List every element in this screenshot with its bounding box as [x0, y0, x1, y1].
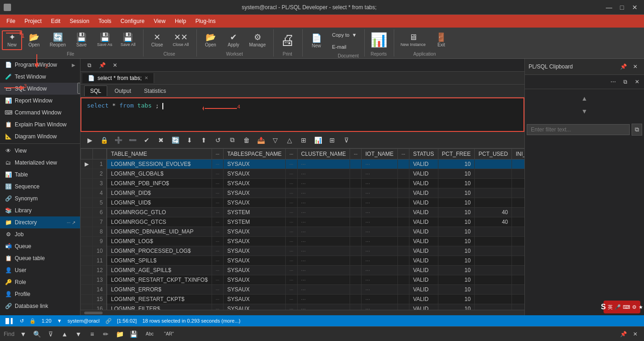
toolbar-print-button[interactable]: 🖨: [276, 31, 299, 49]
find-prev-button[interactable]: ▲: [59, 329, 69, 339]
col-pct-free[interactable]: PCT_FREE: [438, 149, 475, 159]
maximize-button[interactable]: □: [616, 2, 627, 13]
sql-down-button[interactable]: ⬇: [183, 134, 196, 147]
panel-down-arrow[interactable]: ▼: [579, 106, 590, 117]
toolbar-saveall-button[interactable]: 💾 Save All: [117, 31, 139, 49]
find-filter-button[interactable]: ⊽: [46, 329, 56, 339]
sidebar-item-sql-window[interactable]: 🗃 SQL Window Create a new SQL Window: [0, 83, 80, 95]
panel-pin-button[interactable]: 📌: [618, 62, 628, 72]
sidebar-item-library[interactable]: 📚 Library: [0, 205, 80, 216]
sql-editor[interactable]: select * from tabs ;: [80, 97, 524, 132]
toolbar-newinstance-button[interactable]: 🖥 New Instance: [397, 31, 430, 49]
sql-cancel-button[interactable]: ✖: [155, 134, 167, 147]
col-cluster-name[interactable]: CLUSTER_NAME: [297, 149, 350, 159]
sidebar-item-database-link[interactable]: 🔗 Database link: [0, 300, 80, 312]
toolbar-doc-new-button[interactable]: 📄 New: [305, 32, 328, 50]
toolbar-workset-open-button[interactable]: 📂 Open: [200, 31, 222, 49]
sidebar-item-report-window[interactable]: 📊 Report Window: [0, 95, 80, 107]
find-regex2-button[interactable]: "AR": [161, 329, 177, 339]
sql-filter-button[interactable]: ▽: [269, 134, 282, 147]
menu-session[interactable]: Session: [65, 16, 94, 26]
sidebar-item-command-window[interactable]: ⌨ Command Window: [0, 107, 80, 119]
toolbar-save-button[interactable]: 💾 Save: [70, 31, 92, 49]
sql-tab-sql[interactable]: SQL: [84, 85, 107, 96]
toolbar-open-button[interactable]: 📂 Open: [23, 31, 45, 49]
close-button[interactable]: ✕: [629, 2, 640, 13]
sidebar-item-sequence[interactable]: 🔢 Sequence: [0, 181, 80, 193]
menu-edit[interactable]: Edit: [46, 16, 65, 26]
sql-tab-output[interactable]: Output: [109, 86, 137, 96]
menu-file[interactable]: File: [2, 16, 20, 26]
filter-expand-button[interactable]: ⧉: [632, 124, 642, 136]
find-folder-button[interactable]: 📁: [115, 329, 125, 339]
sql-refresh-button[interactable]: 🔄: [169, 134, 182, 147]
sql-chart-button[interactable]: 📊: [311, 134, 324, 147]
tab-close-button[interactable]: ✕: [144, 75, 148, 80]
panel-close2-button[interactable]: ✕: [632, 77, 642, 87]
sql-copy-button[interactable]: ⧉: [226, 134, 239, 147]
toolbar-close-button[interactable]: ✕ Close: [146, 31, 168, 49]
tab-select-tabs[interactable]: 📄 select * from tabs; ✕: [82, 73, 154, 83]
sql-grid-button[interactable]: ⊞: [326, 134, 339, 147]
find-list-button[interactable]: ≡: [87, 329, 97, 339]
sidebar-item-materialized-view[interactable]: 🗂 Materialized view: [0, 157, 80, 169]
find-search-button[interactable]: 🔍: [32, 329, 42, 339]
sql-export-button[interactable]: 📤: [254, 134, 267, 147]
col-status[interactable]: STATUS: [409, 149, 438, 159]
toolbar-email-button[interactable]: E-mail: [328, 41, 361, 52]
find-next-button[interactable]: ▼: [73, 329, 83, 339]
sql-add-row-button[interactable]: ➕: [112, 134, 125, 147]
panel-close-button[interactable]: ✕: [630, 62, 640, 72]
sidebar-item-role[interactable]: 🔑 Role: [0, 276, 80, 288]
sidebar-item-test-window[interactable]: 🧪 Test Window: [0, 71, 80, 83]
sidebar-item-view[interactable]: 👁 View: [0, 145, 80, 157]
find-regex-button[interactable]: Abc: [142, 329, 157, 339]
panel-options-button[interactable]: ⋯: [608, 77, 618, 87]
sidebar-item-table[interactable]: 📊 Table: [0, 169, 80, 181]
find-close-button[interactable]: ✕: [630, 329, 640, 339]
toolbar-copyto-button[interactable]: Copy to ▼: [328, 29, 361, 40]
minimize-button[interactable]: —: [604, 2, 615, 13]
reports-button[interactable]: 📊: [368, 31, 390, 49]
sidebar-item-profile[interactable]: 👤 Profile: [0, 288, 80, 300]
sidebar-item-queue-table[interactable]: 📋 Queue table: [0, 252, 80, 264]
col-table-name[interactable]: TABLE_NAME: [107, 149, 212, 159]
sql-sort-asc-button[interactable]: △: [283, 134, 296, 147]
find-pencil-button[interactable]: ✏: [101, 329, 111, 339]
menu-plugins[interactable]: Plug-Ins: [191, 16, 220, 26]
menu-project[interactable]: Project: [20, 16, 46, 26]
toolbar-manage-button[interactable]: ⚙ Manage: [246, 31, 270, 49]
menu-help[interactable]: Help: [170, 16, 191, 26]
toolbar-apply-button[interactable]: ✔ Apply: [223, 31, 245, 49]
find-options-button[interactable]: ▼: [18, 329, 28, 339]
col-ini-trans[interactable]: INI_TRANS: [512, 149, 524, 159]
window-close-x-button[interactable]: ✕: [110, 60, 120, 70]
toolbar-reopen-button[interactable]: 🔄 Reopen: [46, 31, 69, 49]
sql-columns-button[interactable]: ⊞: [297, 134, 310, 147]
toolbar-closeall-button[interactable]: ✕✕ Close All: [169, 31, 193, 49]
sidebar-item-diagram-window[interactable]: 📐 Diagram Window: [0, 131, 80, 142]
sql-remove-row-button[interactable]: ➖: [126, 134, 139, 147]
menu-configure[interactable]: Configure: [116, 16, 149, 26]
filter-input[interactable]: [527, 124, 630, 135]
menu-tools[interactable]: Tools: [94, 16, 116, 26]
menu-view[interactable]: View: [149, 16, 170, 26]
sidebar-item-job[interactable]: ⚙ Job: [0, 228, 80, 240]
sql-execute-button[interactable]: ▶: [83, 134, 96, 147]
col-tablespace-name[interactable]: TABLESPACE_NAME: [223, 149, 285, 159]
find-pin-button[interactable]: 📌: [618, 329, 628, 339]
toolbar-new-button[interactable]: ✦ New: [2, 30, 22, 50]
sidebar-item-synonym[interactable]: 🔗 Synonym: [0, 193, 80, 205]
sidebar-item-directory[interactable]: 📁 Directory ··· ↗: [0, 216, 80, 228]
sql-check-button[interactable]: ✔: [140, 134, 153, 147]
window-restore-button[interactable]: ⧉: [84, 60, 94, 70]
window-pin-button[interactable]: 📌: [97, 60, 107, 70]
status-dropdown[interactable]: ▼: [57, 318, 62, 324]
sidebar-item-program-window[interactable]: 📄 Program Window ▶: [0, 59, 80, 71]
col-pct-used[interactable]: PCT_USED: [475, 149, 512, 159]
toolbar-saveas-button[interactable]: 💾 Save As: [93, 31, 116, 49]
panel-up-arrow[interactable]: ▲: [579, 93, 590, 104]
sidebar-item-queue[interactable]: 📬 Queue: [0, 240, 80, 252]
sql-clear-button[interactable]: 🗑: [240, 134, 253, 147]
horizontal-scrollbar[interactable]: [80, 310, 524, 315]
